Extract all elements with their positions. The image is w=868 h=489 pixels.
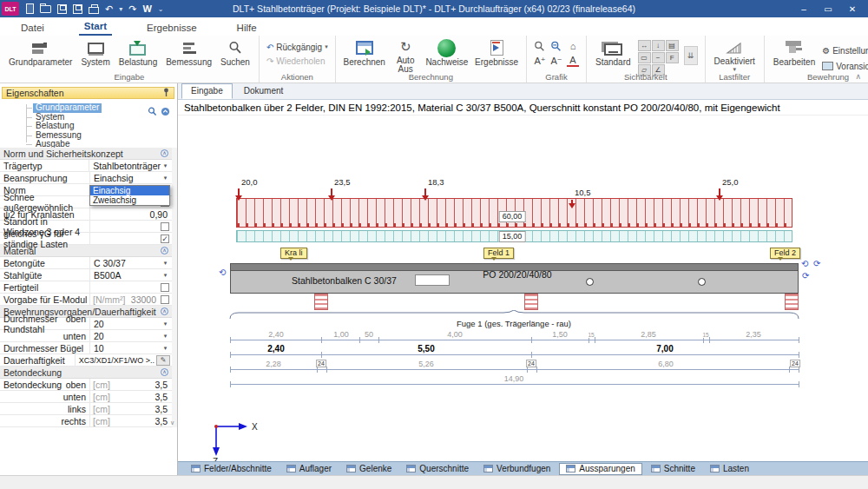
bemessung-button[interactable]: Bemessung xyxy=(162,37,215,74)
visibility-toggle-2[interactable]: ↓ xyxy=(652,40,665,51)
tree-item-belastung[interactable]: Belastung xyxy=(33,122,76,131)
menu-ergebnisse[interactable]: Ergebnisse xyxy=(141,21,202,36)
beanspruchung-select[interactable]: Einachsig▾ xyxy=(89,172,172,183)
bottom-tab-felder[interactable]: Felder/Abschnitte xyxy=(185,463,278,475)
support-1[interactable] xyxy=(314,294,328,310)
tag-feld-1[interactable]: Feld 1 xyxy=(483,248,514,259)
visibility-toggle-6[interactable]: F xyxy=(666,52,679,63)
bottom-tab-schnitte[interactable]: Schnitte xyxy=(645,463,701,475)
emodul-input[interactable]: [N/mm²]33000 xyxy=(89,294,172,305)
opening-circle-2[interactable] xyxy=(698,278,706,286)
beam-label-edit-box[interactable] xyxy=(415,274,450,286)
betondeckung-unten-input[interactable]: [cm]3,5 xyxy=(89,391,172,402)
section-norm[interactable]: Norm und Sicherheitskonzept∧ xyxy=(0,148,172,160)
field-length[interactable]: 5,50 xyxy=(416,344,436,354)
gamma-checkbox[interactable]: ✓ xyxy=(161,235,169,243)
berechnen-button[interactable]: Berechnen xyxy=(341,37,388,74)
betondeckung-links-input[interactable]: [cm]3,5 xyxy=(89,403,172,414)
secondary-load-value[interactable]: 15,00 xyxy=(499,231,526,242)
app-logo[interactable]: DLT xyxy=(2,2,19,16)
wiki-icon[interactable]: W xyxy=(142,3,151,15)
field-length[interactable]: 2,40 xyxy=(266,344,286,354)
bewehrung-voransicht-button[interactable]: Voransicht xyxy=(820,60,868,72)
support-2[interactable] xyxy=(524,294,538,310)
grundparameter-button[interactable]: Grundparameter xyxy=(5,37,76,74)
rotate-left-icon[interactable]: ⟲ xyxy=(801,260,808,268)
emodul-checkbox[interactable] xyxy=(161,295,169,304)
zoom-window-icon[interactable] xyxy=(550,40,562,52)
dropdown-option-einachsig[interactable]: Einachsig xyxy=(90,186,169,195)
tab-dokument[interactable]: Dokument xyxy=(234,83,293,99)
section-collapse-icon[interactable]: ∧ xyxy=(161,149,168,157)
minimize-button[interactable]: – xyxy=(792,0,816,17)
traegertyp-select[interactable]: Stahlbetonträger▾ xyxy=(89,160,172,171)
section-collapse-icon[interactable]: ∧ xyxy=(161,368,168,376)
beam[interactable]: Stahlbetonbalken C 30/37 PO 200/20/40/80 xyxy=(230,263,799,294)
tree-item-grundparameter[interactable]: Grundparameter xyxy=(33,103,102,113)
belastung-button[interactable]: Belastung xyxy=(115,37,161,74)
new-file-icon[interactable] xyxy=(26,3,34,14)
ribbon-collapse-icon[interactable]: ∧ xyxy=(855,72,861,81)
dauerhaftigkeit-input[interactable]: XC3/XD1/XF1/WO >..✎ xyxy=(75,354,172,366)
lastfilter-button[interactable]: Deaktiviert ▾ xyxy=(711,37,759,74)
undo-dropdown-icon[interactable]: ▾ xyxy=(119,5,122,13)
ergebnisse-button[interactable]: Ergebnisse xyxy=(472,37,521,74)
field-length[interactable]: 7,00 xyxy=(654,344,674,354)
dropdown-option-zweiachsig[interactable]: Zweiachsig xyxy=(90,195,169,205)
graphics-canvas[interactable]: 20,0 23,5 18,3 10,5 25,0 60,00 15,00 Kra… xyxy=(178,116,868,461)
undo-button[interactable]: ↶Rückgängig▾ xyxy=(265,41,330,53)
edit-icon[interactable]: ✎ xyxy=(156,355,170,366)
collapse-all-icon[interactable] xyxy=(161,107,170,118)
zoom-home-icon[interactable]: ⌂ xyxy=(567,40,579,52)
undo-icon[interactable]: ↶ xyxy=(105,3,113,15)
betondeckung-oben-input[interactable]: [cm]3,5 xyxy=(89,379,172,390)
fertigteil-checkbox[interactable] xyxy=(161,283,169,292)
standard-view-button[interactable]: Standard xyxy=(592,37,635,74)
save-as-icon[interactable] xyxy=(73,4,82,14)
stahlguete-select[interactable]: B500A▾ xyxy=(89,269,172,281)
dropdown-arrow-icon[interactable]: ▾ xyxy=(161,333,170,340)
dropdown-arrow-icon[interactable]: ▾ xyxy=(161,175,170,182)
tag-kra-li[interactable]: Kra li xyxy=(280,248,307,259)
bottom-tab-verbundfugen[interactable]: Verbundfugen xyxy=(477,463,556,475)
dropdown-arrow-icon[interactable]: ▾ xyxy=(161,320,170,327)
support-3[interactable] xyxy=(785,294,799,310)
visibility-toggle-4[interactable]: ▭ xyxy=(638,52,651,63)
line-load-value[interactable]: 60,00 xyxy=(499,211,526,222)
dropdown-arrow-icon[interactable]: ▾ xyxy=(161,345,170,352)
open-file-icon[interactable] xyxy=(40,5,51,13)
betondeckung-rechts-input[interactable]: [cm]3,5 xyxy=(89,415,172,426)
redo-button[interactable]: ↷Wiederholen xyxy=(265,55,327,67)
customize-toolbar-icon[interactable]: ⌄ xyxy=(158,5,164,13)
bewehrung-bearbeiten-button[interactable]: Bearbeiten xyxy=(770,37,819,74)
system-button[interactable]: System xyxy=(77,37,113,74)
pin-icon[interactable] xyxy=(162,88,170,99)
opening-circle-1[interactable] xyxy=(586,278,594,286)
rotate-right-icon[interactable]: ⟳ xyxy=(813,260,820,268)
section-betondeckung[interactable]: Betondeckung∧ xyxy=(0,367,172,379)
menu-start[interactable]: Start xyxy=(79,19,112,36)
tab-eingabe[interactable]: Eingabe xyxy=(181,83,233,99)
scroll-down-icon[interactable]: ∨ xyxy=(168,419,177,427)
rundstahl-oben-select[interactable]: 20▾ xyxy=(89,318,172,329)
font-larger-button[interactable]: A⁺ xyxy=(534,55,546,67)
font-color-button[interactable]: A xyxy=(567,55,579,67)
close-button[interactable]: ✕ xyxy=(840,0,865,17)
properties-search-icon[interactable] xyxy=(148,107,157,118)
psi2-input[interactable]: 0,90 xyxy=(89,208,172,220)
zoom-icon[interactable] xyxy=(534,40,546,52)
dropdown-arrow-icon[interactable]: ▾ xyxy=(161,260,170,267)
nachweise-button[interactable]: Nachweise xyxy=(423,37,470,74)
menu-hilfe[interactable]: Hilfe xyxy=(232,21,262,36)
redo-icon[interactable]: ↷ xyxy=(128,3,136,15)
bottom-tab-gelenke[interactable]: Gelenke xyxy=(340,463,398,475)
section-collapse-icon[interactable]: ∧ xyxy=(161,307,168,315)
dropdown-arrow-icon[interactable]: ▾ xyxy=(161,272,170,279)
suchen-button[interactable]: Suchen xyxy=(217,37,253,74)
bottom-tab-querschnitte[interactable]: Querschnitte xyxy=(400,463,475,475)
visibility-extra-button[interactable]: ⇊ xyxy=(684,46,698,65)
print-icon[interactable] xyxy=(89,7,99,14)
save-icon[interactable] xyxy=(57,4,67,14)
visibility-toggle-5[interactable]: − xyxy=(652,52,665,63)
windzone-checkbox[interactable] xyxy=(161,222,169,231)
